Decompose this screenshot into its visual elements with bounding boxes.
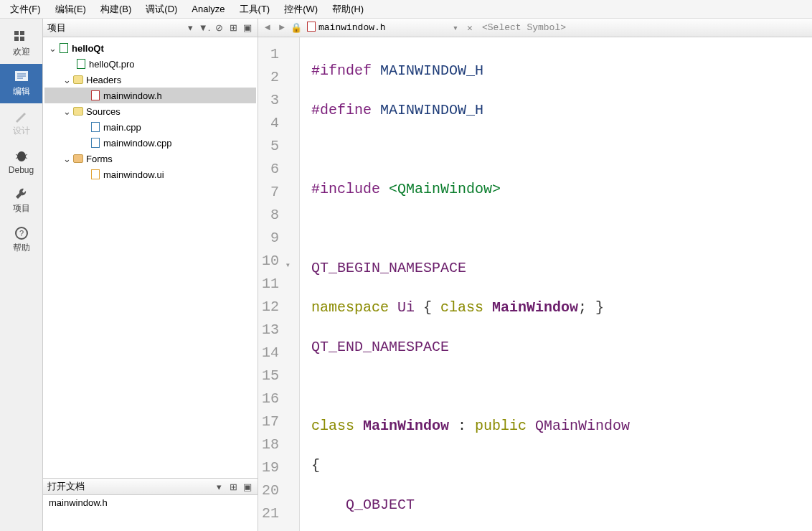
mode-design-label: 设计 (13, 126, 30, 136)
bug-icon (14, 149, 29, 163)
cpp-file-icon (89, 122, 102, 132)
tree-forms[interactable]: ⌄ Forms (44, 151, 256, 166)
open-docs-header: 打开文档 ▾ ⊞ ▣ (43, 478, 258, 495)
forward-icon[interactable]: ► (275, 22, 288, 33)
cpp-file-icon (89, 138, 102, 148)
open-docs-title: 打开文档 (47, 480, 210, 493)
file-selector[interactable]: mainwindow.h (304, 22, 448, 34)
tree-forms-label: Forms (85, 154, 113, 164)
chevron-down-icon[interactable]: ▾ (449, 22, 462, 34)
code-content[interactable]: #ifndef MAINWINDOW_H #define MAINWINDOW_… (300, 37, 673, 531)
filter-icon[interactable]: ▼. (199, 22, 210, 33)
pencil-icon (14, 109, 29, 123)
chevron-down-icon[interactable]: ▾ (184, 22, 196, 33)
mode-design[interactable]: 设计 (0, 103, 42, 143)
grid-icon (14, 30, 29, 44)
tree-ui1-label: mainwindow.ui (102, 169, 164, 180)
menu-debug[interactable]: 调试(D) (138, 1, 184, 18)
tree-headers-label: Headers (85, 75, 121, 85)
tree-headers[interactable]: ⌄ Headers (44, 72, 256, 88)
mode-welcome[interactable]: 欢迎 (0, 24, 42, 64)
tree-root-label: helloQt (70, 43, 104, 54)
header-file-icon (307, 22, 316, 34)
close-pane-icon[interactable]: ▣ (242, 22, 253, 33)
editor-toolbar: ◄ ► 🔒 mainwindow.h ▾ ✕ <Select Symbol> (258, 19, 812, 37)
tree-root[interactable]: ⌄ helloQt (44, 40, 256, 56)
folder-icon (72, 75, 85, 84)
tree-main-cpp[interactable]: main.cpp (44, 119, 256, 135)
menu-help[interactable]: 帮助(H) (325, 1, 371, 18)
svg-rect-3 (20, 37, 24, 41)
mode-project[interactable]: 项目 (0, 181, 42, 220)
svg-rect-2 (14, 37, 19, 41)
line-gutter: 12345 6789 10▾ 1112131415 161718192021 (258, 37, 300, 531)
mode-project-label: 项目 (13, 203, 30, 213)
svg-rect-0 (14, 31, 19, 35)
open-file-name: mainwindow.h (318, 22, 386, 33)
tree-cpp1-label: main.cpp (102, 122, 141, 133)
header-file-icon (89, 90, 102, 100)
edit-icon (14, 70, 29, 84)
project-header: 项目 ▾ ▼. ⊘ ⊞ ▣ (43, 19, 258, 37)
question-icon: ? (14, 226, 29, 240)
project-title: 项目 (47, 22, 181, 34)
project-tree[interactable]: ⌄ helloQt helloQt.pro ⌄ Headers mainwind… (43, 37, 258, 478)
ui-file-icon (89, 169, 102, 179)
code-editor[interactable]: 12345 6789 10▾ 1112131415 161718192021 #… (258, 37, 812, 531)
menu-tools[interactable]: 工具(T) (232, 1, 278, 18)
open-docs-list[interactable]: mainwindow.h (43, 495, 258, 531)
chevron-down-icon[interactable]: ⌄ (62, 154, 72, 164)
menu-widgets[interactable]: 控件(W) (277, 1, 325, 18)
tree-pro-file[interactable]: helloQt.pro (44, 56, 256, 72)
menu-file[interactable]: 文件(F) (3, 1, 48, 18)
menu-build[interactable]: 构建(B) (93, 1, 138, 18)
mode-help-label: 帮助 (13, 243, 30, 253)
tree-mainwindow-h[interactable]: mainwindow.h (44, 88, 256, 103)
svg-rect-1 (20, 31, 24, 35)
project-icon (57, 43, 70, 53)
menubar: 文件(F) 编辑(E) 构建(B) 调试(D) Analyze 工具(T) 控件… (0, 0, 812, 19)
mode-debug-label: Debug (9, 165, 34, 175)
folder-icon (72, 107, 85, 116)
mode-help[interactable]: ? 帮助 (0, 220, 42, 260)
close-pane-icon[interactable]: ▣ (242, 481, 253, 492)
wrench-icon (14, 187, 29, 201)
back-icon[interactable]: ◄ (261, 22, 274, 33)
chevron-down-icon[interactable]: ⌄ (62, 106, 72, 117)
editor-pane: ◄ ► 🔒 mainwindow.h ▾ ✕ <Select Symbol> 1… (258, 19, 812, 531)
mode-debug[interactable]: Debug (0, 143, 42, 181)
tree-h1-label: mainwindow.h (102, 90, 162, 101)
close-tab-icon[interactable]: ✕ (463, 22, 476, 34)
tree-sources-label: Sources (85, 106, 121, 117)
link-icon[interactable]: ⊘ (213, 22, 225, 33)
svg-point-8 (17, 151, 26, 161)
mode-welcome-label: 欢迎 (13, 47, 30, 57)
chevron-down-icon[interactable]: ⌄ (62, 75, 72, 85)
chevron-down-icon[interactable]: ▾ (213, 481, 225, 492)
split-icon[interactable]: ⊞ (227, 481, 239, 492)
doc-item-mainwindow-h[interactable]: mainwindow.h (43, 495, 258, 510)
tree-mainwindow-cpp[interactable]: mainwindow.cpp (44, 135, 256, 151)
menu-edit[interactable]: 编辑(E) (48, 1, 93, 18)
project-pane: 项目 ▾ ▼. ⊘ ⊞ ▣ ⌄ helloQt helloQt.pro ⌄ He… (43, 19, 258, 531)
svg-text:?: ? (19, 229, 23, 238)
chevron-down-icon[interactable]: ⌄ (47, 43, 57, 54)
folder-icon (72, 154, 85, 163)
mode-edit-label: 编辑 (13, 86, 30, 96)
menu-analyze[interactable]: Analyze (184, 1, 232, 17)
tree-mainwindow-ui[interactable]: mainwindow.ui (44, 166, 256, 182)
split-icon[interactable]: ⊞ (227, 22, 239, 33)
tree-pro-label: helloQt.pro (88, 59, 135, 70)
mode-edit[interactable]: 编辑 (0, 64, 42, 103)
tree-cpp2-label: mainwindow.cpp (102, 138, 171, 149)
lock-icon[interactable]: 🔒 (290, 22, 303, 34)
tree-sources[interactable]: ⌄ Sources (44, 103, 256, 119)
mode-sidebar: 欢迎 编辑 设计 Debug 项目 ? 帮助 (0, 19, 43, 531)
file-icon (75, 59, 88, 69)
symbol-selector[interactable]: <Select Symbol> (478, 22, 809, 33)
